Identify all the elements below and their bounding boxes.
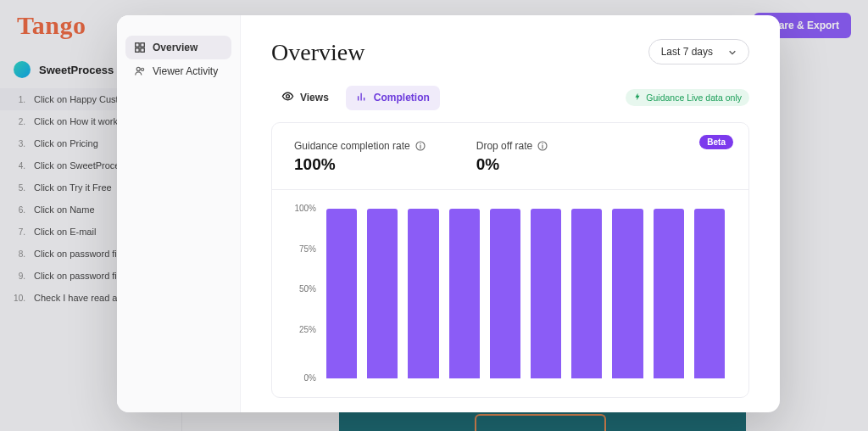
y-tick: 75% [299,245,316,254]
eye-icon [281,90,294,105]
chart-bar [490,209,520,378]
overview-modal: Overview Viewer Activity Overview Last 7… [117,15,780,412]
y-tick: 100% [294,204,316,213]
svg-rect-3 [141,48,144,52]
chart-area: 100% 75% 50% 25% 0% [272,189,748,397]
svg-point-4 [136,67,140,70]
completion-chart: 100% 75% 50% 25% 0% [289,209,728,378]
tab-views[interactable]: Views [271,85,339,110]
modal-main: Overview Last 7 days Views [241,15,780,412]
chevron-down-icon [728,48,737,56]
y-tick: 0% [304,374,316,383]
tab-label: Completion [374,92,430,104]
bolt-icon [633,92,642,103]
y-tick: 25% [299,326,316,334]
svg-point-5 [141,68,143,70]
stat-value: 0% [476,155,548,174]
svg-point-6 [287,95,290,98]
svg-rect-0 [136,43,139,47]
page-title: Overview [271,39,364,66]
chart-bar [694,209,725,378]
stat-completion: Guidance completion rate 100% [294,140,426,174]
chart-bar [654,209,684,378]
info-icon[interactable] [415,141,426,151]
nav-label: Overview [153,42,198,53]
tabs: Views Completion [271,85,440,110]
users-icon [134,65,146,77]
modal-sidebar: Overview Viewer Activity [117,15,241,412]
info-icon[interactable] [537,141,548,151]
main-top-row: Overview Last 7 days [271,39,749,66]
y-tick: 50% [299,285,316,294]
stat-label: Guidance completion rate [294,140,410,152]
live-data-badge: Guidance Live data only [626,89,749,106]
nav-overview[interactable]: Overview [125,36,231,59]
period-label: Last 7 days [661,46,713,58]
chart-bar [571,209,602,378]
bar-chart-icon [356,91,368,105]
stat-label: Drop off rate [476,140,532,152]
completion-card: Guidance completion rate 100% Drop off r… [271,122,749,398]
chart-bar [449,209,480,378]
dashboard-icon [134,42,146,53]
stats-row: Guidance completion rate 100% Drop off r… [272,123,748,189]
svg-rect-2 [136,48,139,52]
chart-bar [612,209,643,378]
tab-completion[interactable]: Completion [346,86,440,110]
stat-dropoff: Drop off rate 0% [476,140,548,174]
chart-bar [408,209,438,378]
live-badge-text: Guidance Live data only [646,92,742,103]
beta-badge: Beta [699,135,733,149]
nav-label: Viewer Activity [153,65,218,77]
period-dropdown[interactable]: Last 7 days [648,39,749,64]
svg-rect-1 [141,43,144,47]
chart-bar [367,209,398,378]
nav-viewer-activity[interactable]: Viewer Activity [125,59,231,83]
chart-plot [323,209,728,378]
stat-value: 100% [294,155,426,174]
chart-bar [326,209,357,378]
chart-bar [531,209,561,378]
tab-label: Views [300,92,329,104]
tabs-row: Views Completion Guidance Live data only [271,85,749,110]
y-axis: 100% 75% 50% 25% 0% [289,209,323,378]
